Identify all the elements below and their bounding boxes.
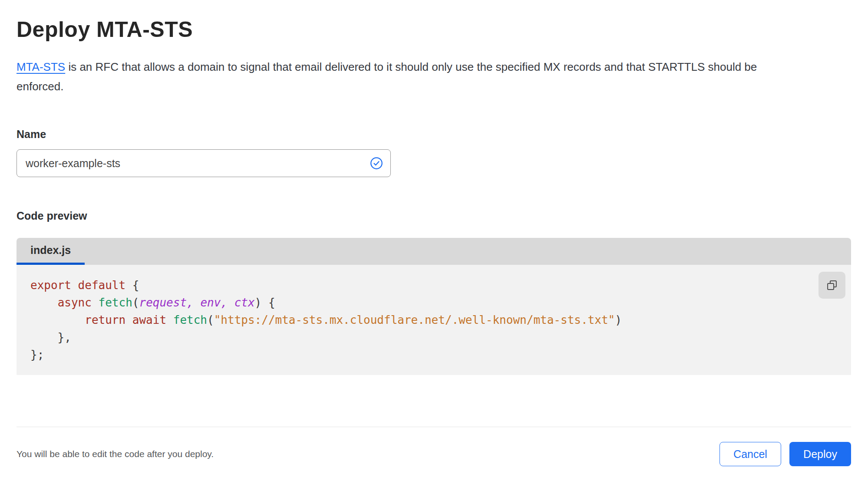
code-editor: export default { async fetch(request, en… [17,265,851,375]
code-preview-heading: Code preview [17,209,851,222]
footer-buttons: Cancel Deploy [719,442,851,466]
name-input[interactable] [17,149,391,177]
code-line: }, [30,329,851,346]
footer-note: You will be able to edit the code after … [17,449,214,459]
name-input-wrap [17,149,391,177]
code-line: }; [30,346,851,363]
code-content: export default { async fetch(request, en… [30,277,851,363]
cancel-button[interactable]: Cancel [719,442,781,466]
tab-index-js[interactable]: index.js [17,238,85,265]
code-line: return await fetch("https://mta-sts.mx.c… [30,311,851,329]
code-tabbar: index.js [17,238,851,265]
code-line: export default { [30,277,851,294]
page-title: Deploy MTA-STS [17,16,851,43]
mta-sts-link[interactable]: MTA-STS [17,60,65,73]
code-line: async fetch(request, env, ctx) { [30,294,851,311]
tab-label: index.js [30,244,71,257]
copy-icon [826,279,838,291]
deploy-button[interactable]: Deploy [789,442,851,466]
footer-divider [17,427,851,427]
name-label: Name [17,128,851,141]
copy-code-button[interactable] [818,272,845,299]
deploy-mta-sts-page: Deploy MTA-STS MTA-STS is an RFC that al… [0,0,868,466]
footer: You will be able to edit the code after … [17,442,851,466]
intro-paragraph: MTA-STS is an RFC that allows a domain t… [17,57,789,96]
intro-text: is an RFC that allows a domain to signal… [17,60,757,93]
code-preview-block: index.js export default { async fetch(re… [17,238,851,375]
check-circle-icon [370,157,383,170]
